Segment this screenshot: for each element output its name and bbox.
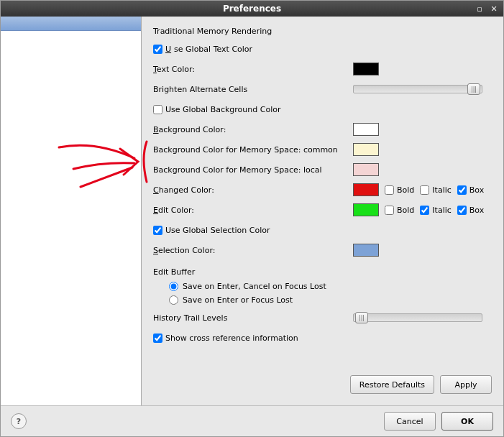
help-icon[interactable]: ? <box>11 413 27 429</box>
bg-space-common-swatch[interactable] <box>353 143 379 156</box>
titlebar: Preferences ▫ ✕ <box>1 1 503 17</box>
show-cross-ref-checkbox[interactable]: Show cross reference information <box>153 334 298 343</box>
use-global-bg-input[interactable] <box>153 105 162 114</box>
edit-buffer-label: Edit Buffer <box>153 267 195 277</box>
edit-color-swatch[interactable] <box>353 203 379 216</box>
use-global-text-color-input[interactable] <box>153 45 162 54</box>
slider-thumb-icon[interactable]: ||| <box>467 83 480 95</box>
text-color-swatch[interactable] <box>353 63 379 75</box>
edit-italic-checkbox[interactable]: Italic <box>420 206 451 215</box>
row-use-global-text-color: Use Global Text Color <box>153 40 492 58</box>
ok-button[interactable]: OK <box>441 412 493 431</box>
slider-thumb-icon[interactable]: ||| <box>355 312 368 323</box>
apply-button[interactable]: Apply <box>440 375 492 394</box>
use-global-selection-checkbox[interactable]: Use Global Selection Color <box>153 226 270 235</box>
row-bg-space-local: Background Color for Memory Space: local <box>153 161 492 178</box>
bg-space-common-label: Background Color for Memory Space: commo… <box>153 145 353 155</box>
window-title: Preferences <box>223 4 281 14</box>
edit-buffer-opt2[interactable]: Save on Enter or Focus Lost <box>169 295 492 305</box>
edit-buffer-label-row: Edit Buffer <box>153 263 492 280</box>
edit-bold-checkbox[interactable]: Bold <box>385 206 414 215</box>
row-show-cross-ref: Show cross reference information <box>153 329 492 346</box>
changed-bold-checkbox[interactable]: Bold <box>385 185 414 195</box>
row-brighten-alternate: Brighten Alternate Cells ||| <box>153 80 492 98</box>
show-cross-ref-label: Show cross reference information <box>165 334 298 343</box>
use-global-bg-label: Use Global Background Color <box>165 105 280 114</box>
row-background-color: Background Color: <box>153 121 492 138</box>
minimize-icon[interactable]: ▫ <box>475 4 485 14</box>
main-pane: Traditional Memory Rendering Use Global … <box>142 17 503 405</box>
row-changed-color: Changed Color: Bold Italic Box <box>153 181 492 198</box>
history-trail-slider[interactable]: ||| <box>353 313 482 322</box>
changed-italic-checkbox[interactable]: Italic <box>420 185 451 195</box>
sidebar[interactable] <box>1 17 142 405</box>
use-global-selection-label: Use Global Selection Color <box>165 226 270 235</box>
changed-box-checkbox[interactable]: Box <box>457 185 484 195</box>
splitter: Traditional Memory Rendering Use Global … <box>1 17 503 405</box>
show-cross-ref-input[interactable] <box>153 334 162 343</box>
section-heading: Traditional Memory Rendering <box>153 27 492 36</box>
window-controls: ▫ ✕ <box>475 4 499 14</box>
use-global-bg-checkbox[interactable]: Use Global Background Color <box>153 105 280 114</box>
use-global-text-color-checkbox[interactable]: Use Global Text Color <box>153 45 252 54</box>
use-global-text-color-label-suffix: se Global Text Color <box>174 45 252 54</box>
edit-buffer-opt1[interactable]: Save on Enter, Cancel on Focus Lost <box>169 282 492 291</box>
changed-color-swatch[interactable] <box>353 183 379 196</box>
footer: ? Cancel OK <box>1 405 503 436</box>
restore-defaults-button[interactable]: Restore Defaults <box>350 375 434 394</box>
close-icon[interactable]: ✕ <box>489 4 499 14</box>
row-bg-space-common: Background Color for Memory Space: commo… <box>153 141 492 158</box>
inner-button-row: Restore Defaults Apply <box>153 371 492 398</box>
cancel-button[interactable]: Cancel <box>384 412 436 431</box>
edit-box-checkbox[interactable]: Box <box>457 206 484 215</box>
row-history-trail: History Trail Levels ||| <box>153 309 492 326</box>
row-selection-color: Selection Color: <box>153 242 492 259</box>
changed-color-label: Changed Color: <box>153 185 353 195</box>
preferences-window: Preferences ▫ ✕ Traditional Memory Rende… <box>0 0 504 437</box>
text-color-label: Text Color: <box>153 65 353 74</box>
bg-space-local-swatch[interactable] <box>353 163 379 176</box>
brighten-alternate-slider[interactable]: ||| <box>353 85 482 93</box>
selection-color-label: Selection Color: <box>153 246 353 255</box>
row-text-color: Text Color: <box>153 60 492 78</box>
row-use-global-selection: Use Global Selection Color <box>153 221 492 239</box>
use-global-selection-input[interactable] <box>153 226 162 235</box>
edit-color-label: Edit Color: <box>153 206 353 215</box>
sidebar-selected-item[interactable] <box>1 17 141 31</box>
background-color-label: Background Color: <box>153 125 353 134</box>
row-edit-color: Edit Color: Bold Italic Box <box>153 201 492 218</box>
background-color-swatch[interactable] <box>353 123 379 136</box>
brighten-alternate-label: Brighten Alternate Cells <box>153 85 353 94</box>
bg-space-local-label: Background Color for Memory Space: local <box>153 165 353 175</box>
history-trail-label: History Trail Levels <box>153 313 353 323</box>
row-use-global-bg: Use Global Background Color <box>153 101 492 118</box>
selection-color-swatch[interactable] <box>353 244 379 257</box>
